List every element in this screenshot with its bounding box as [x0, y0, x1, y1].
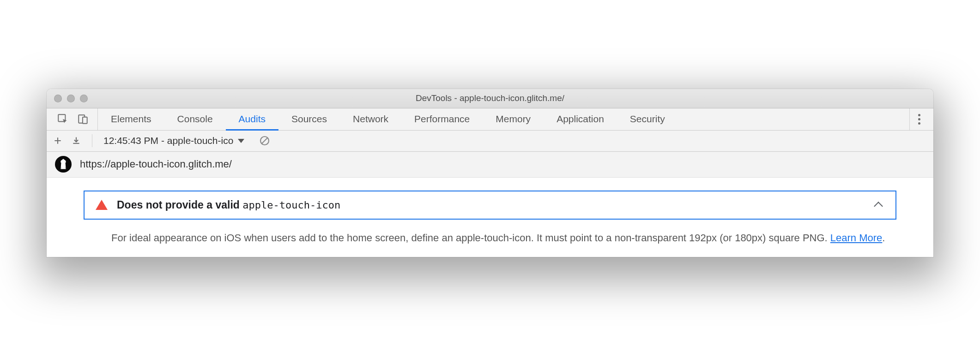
fail-triangle-icon [96, 200, 108, 210]
learn-more-link[interactable]: Learn More [830, 232, 883, 244]
report-selector[interactable]: 12:45:43 PM - apple-touch-ico [103, 135, 244, 146]
tabs-container: Elements Console Audits Sources Network … [98, 108, 909, 130]
window-title: DevTools - apple-touch-icon.glitch.me/ [47, 93, 933, 103]
zoom-window-button[interactable] [80, 95, 88, 102]
tabbar-menu [909, 108, 929, 130]
inspect-element-icon[interactable] [57, 113, 69, 125]
tab-bar: Elements Console Audits Sources Network … [47, 108, 933, 131]
clear-all-icon[interactable] [259, 135, 270, 146]
report-url: https://apple-touch-icon.glitch.me/ [80, 158, 232, 170]
minimize-window-button[interactable] [67, 95, 75, 102]
audit-title-code: apple-touch-icon [242, 199, 340, 211]
tab-network[interactable]: Network [340, 108, 401, 130]
devtools-window: DevTools - apple-touch-icon.glitch.me/ E… [47, 89, 933, 257]
device-toggle-icon[interactable] [77, 113, 89, 125]
audit-title-prefix: Does not provide a valid [117, 199, 242, 211]
inspect-controls [51, 108, 98, 130]
svg-rect-4 [61, 163, 65, 169]
toolbar-divider [92, 134, 92, 147]
audit-header[interactable]: Does not provide a valid apple-touch-ico… [84, 191, 896, 220]
svg-rect-2 [83, 117, 87, 124]
traffic-lights [47, 95, 88, 102]
download-report-icon[interactable] [72, 136, 81, 145]
chevron-up-icon [874, 202, 883, 211]
more-options-icon[interactable] [918, 114, 920, 125]
audit-description-period: . [882, 232, 885, 244]
tab-elements[interactable]: Elements [98, 108, 164, 130]
tab-console[interactable]: Console [164, 108, 226, 130]
tab-audits[interactable]: Audits [226, 108, 278, 130]
tab-security[interactable]: Security [617, 108, 678, 130]
titlebar: DevTools - apple-touch-icon.glitch.me/ [47, 89, 933, 108]
audit-content: Does not provide a valid apple-touch-ico… [47, 178, 933, 257]
lighthouse-icon [55, 156, 72, 173]
report-url-bar: https://apple-touch-icon.glitch.me/ [47, 152, 933, 178]
close-window-button[interactable] [54, 95, 62, 102]
tab-performance[interactable]: Performance [401, 108, 483, 130]
tab-application[interactable]: Application [544, 108, 617, 130]
tab-memory[interactable]: Memory [483, 108, 544, 130]
audit-title: Does not provide a valid apple-touch-ico… [117, 199, 866, 211]
audit-description-text: For ideal appearance on iOS when users a… [111, 232, 830, 244]
chevron-down-icon [238, 139, 244, 143]
audits-toolbar: 12:45:43 PM - apple-touch-ico [47, 131, 933, 152]
report-selector-label: 12:45:43 PM - apple-touch-ico [103, 135, 233, 146]
audit-description: For ideal appearance on iOS when users a… [84, 220, 896, 246]
tab-sources[interactable]: Sources [278, 108, 340, 130]
new-audit-icon[interactable] [53, 136, 62, 145]
